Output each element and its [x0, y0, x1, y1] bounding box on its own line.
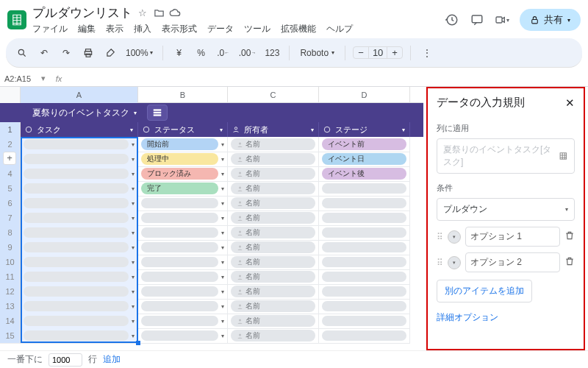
- stage-dropdown[interactable]: [322, 183, 406, 194]
- row-header-7[interactable]: 7: [0, 210, 21, 226]
- increase-decimals-button[interactable]: .00→: [237, 44, 259, 62]
- header-owner[interactable]: 所有者▾: [228, 122, 319, 137]
- header-status[interactable]: ステータス▾: [138, 122, 228, 137]
- cell-A5[interactable]: ▾: [21, 181, 138, 197]
- dropdown-caret-icon[interactable]: ▾: [221, 230, 224, 236]
- dropdown-caret-icon[interactable]: ▾: [132, 318, 135, 325]
- cell-C8[interactable]: 名前: [228, 225, 319, 241]
- sheets-logo[interactable]: [7, 10, 26, 29]
- dropdown-caret-icon[interactable]: ▾: [221, 141, 224, 148]
- row-header-11[interactable]: 11: [0, 269, 21, 285]
- stage-dropdown[interactable]: [322, 242, 406, 252]
- menu-format[interactable]: 表示形式: [162, 23, 197, 35]
- namebox-dropdown-icon[interactable]: ▾: [41, 74, 51, 83]
- cell-A6[interactable]: ▾: [21, 196, 138, 211]
- menu-help[interactable]: ヘルプ: [326, 23, 353, 35]
- cell-D8[interactable]: [319, 225, 410, 241]
- redo-icon[interactable]: ↷: [57, 44, 75, 62]
- stage-dropdown[interactable]: [322, 257, 406, 267]
- dropdown-caret-icon[interactable]: ▾: [132, 333, 135, 339]
- dropdown-caret-icon[interactable]: ▾: [221, 289, 224, 295]
- task-dropdown[interactable]: [24, 330, 129, 341]
- menu-extensions[interactable]: 拡張機能: [281, 23, 316, 35]
- dropdown-caret-icon[interactable]: ▾: [221, 156, 224, 163]
- dropdown-caret-icon[interactable]: ▾: [132, 259, 135, 266]
- cell-C10[interactable]: 名前: [228, 255, 319, 270]
- cell-A10[interactable]: ▾: [21, 255, 138, 270]
- cell-D9[interactable]: [319, 240, 410, 255]
- search-icon[interactable]: [13, 44, 31, 62]
- percent-button[interactable]: %: [193, 44, 210, 62]
- status-dropdown[interactable]: [141, 213, 218, 223]
- table-chip-menu-icon[interactable]: [147, 105, 168, 121]
- panel-close-icon[interactable]: ✕: [565, 96, 575, 110]
- task-dropdown[interactable]: [24, 198, 129, 208]
- stage-dropdown[interactable]: [322, 272, 406, 282]
- currency-button[interactable]: ¥: [171, 44, 188, 62]
- status-dropdown[interactable]: [141, 286, 218, 297]
- menu-edit[interactable]: 編集: [78, 23, 96, 35]
- task-dropdown[interactable]: [24, 301, 129, 311]
- cell-C2[interactable]: 名前: [228, 137, 319, 152]
- status-dropdown[interactable]: [141, 257, 218, 267]
- dropdown-caret-icon[interactable]: ▾: [132, 230, 135, 236]
- status-dropdown[interactable]: [141, 272, 218, 282]
- status-dropdown[interactable]: [141, 330, 218, 341]
- task-dropdown[interactable]: [24, 286, 129, 297]
- header-stage[interactable]: ステージ▾: [319, 122, 410, 137]
- dropdown-caret-icon[interactable]: ▾: [221, 274, 224, 280]
- owner-chip[interactable]: 名前: [231, 300, 315, 312]
- dropdown-caret-icon[interactable]: ▾: [221, 171, 224, 177]
- meet-icon[interactable]: ▾: [495, 13, 509, 27]
- selection-handle[interactable]: [136, 341, 140, 345]
- drag-handle-icon[interactable]: ⠿: [437, 258, 443, 268]
- task-dropdown[interactable]: [24, 316, 129, 326]
- menu-data[interactable]: データ: [207, 23, 234, 35]
- cloud-status-icon[interactable]: [169, 7, 181, 19]
- task-dropdown[interactable]: [24, 272, 129, 282]
- cell-C3[interactable]: 名前: [228, 152, 319, 167]
- status-dropdown[interactable]: [141, 242, 218, 252]
- row-header-12[interactable]: 12: [0, 284, 21, 300]
- option-input-2[interactable]: オプション 2: [465, 252, 560, 272]
- color-swatch-1[interactable]: ▾: [448, 230, 461, 244]
- cell-C13[interactable]: 名前: [228, 299, 319, 314]
- cell-B2[interactable]: 開始前▾: [138, 137, 228, 152]
- cell-B15[interactable]: ▾: [138, 328, 228, 344]
- add-rows-button[interactable]: 追加: [103, 353, 121, 366]
- table-chip[interactable]: 夏祭りのイベントタスク▾: [25, 104, 144, 122]
- cell-D12[interactable]: [319, 284, 410, 300]
- row-header-14[interactable]: 14: [0, 314, 21, 329]
- row-header-9[interactable]: 9: [0, 240, 21, 255]
- cell-C12[interactable]: 名前: [228, 284, 319, 300]
- row-header-10[interactable]: 10: [0, 255, 21, 270]
- dropdown-caret-icon[interactable]: ▾: [132, 215, 135, 222]
- cell-B11[interactable]: ▾: [138, 269, 228, 285]
- task-dropdown[interactable]: [24, 169, 129, 179]
- cell-B6[interactable]: ▾: [138, 196, 228, 211]
- cell-A11[interactable]: ▾: [21, 269, 138, 285]
- delete-option-2-icon[interactable]: [564, 256, 575, 269]
- cell-D15[interactable]: [319, 328, 410, 344]
- owner-chip[interactable]: 名前: [231, 271, 315, 283]
- spreadsheet-area[interactable]: A B C D 夏祭りのイベントタスク▾ 1 タスク▾ ステータス▾: [0, 87, 423, 350]
- move-folder-icon[interactable]: [153, 7, 165, 19]
- grid-select-icon[interactable]: [559, 151, 568, 161]
- cell-C6[interactable]: 名前: [228, 196, 319, 211]
- history-icon[interactable]: [445, 13, 459, 27]
- cell-B14[interactable]: ▾: [138, 314, 228, 329]
- cell-B5[interactable]: 完了▾: [138, 181, 228, 197]
- dropdown-caret-icon[interactable]: ▾: [221, 303, 224, 310]
- advanced-options-link[interactable]: 詳細オプション: [437, 311, 575, 324]
- col-header-D[interactable]: D: [319, 87, 410, 103]
- owner-chip[interactable]: 名前: [231, 153, 315, 165]
- dropdown-caret-icon[interactable]: ▾: [132, 171, 135, 177]
- add-row-button[interactable]: +: [3, 152, 16, 165]
- cell-A9[interactable]: ▾: [21, 240, 138, 255]
- zoom-select[interactable]: 100% ▾: [123, 44, 155, 62]
- cell-B3[interactable]: 処理中▾: [138, 152, 228, 167]
- cell-D2[interactable]: イベント前: [319, 137, 410, 152]
- document-title[interactable]: プルダウンリスト: [32, 4, 132, 21]
- cell-D3[interactable]: イベント日: [319, 152, 410, 167]
- header-task[interactable]: タスク▾: [21, 122, 138, 137]
